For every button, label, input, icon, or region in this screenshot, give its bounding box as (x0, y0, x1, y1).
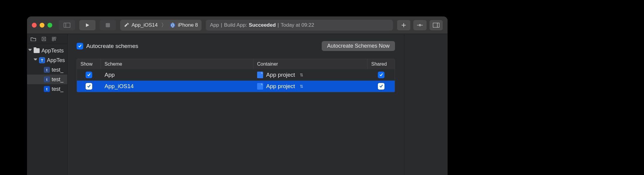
toggle-inspector-button[interactable] (430, 20, 443, 30)
container-cell[interactable]: App project (254, 83, 368, 90)
svg-rect-9 (52, 39, 54, 41)
shared-scheme-checkbox[interactable] (378, 72, 384, 78)
svg-rect-0 (64, 23, 70, 27)
autocreate-now-button[interactable]: Autocreate Schemes Now (322, 41, 395, 51)
table-header: Show Scheme Container Shared (77, 59, 395, 69)
disclosure-triangle-icon[interactable] (28, 49, 32, 52)
folder-icon[interactable] (31, 37, 36, 41)
device-name-label: iPhone 8 (178, 22, 198, 28)
activity-status-label: Succeeded (249, 22, 276, 28)
test-class-icon: T (39, 57, 45, 63)
tree-item-label: test_ (52, 67, 63, 73)
show-scheme-checkbox[interactable] (86, 83, 92, 90)
test-method-icon: t (44, 76, 50, 82)
run-button[interactable] (79, 20, 96, 30)
toolbar: App_iOS14 〉 iPhone 8 App | Build App: Su… (27, 16, 448, 34)
window-controls (32, 23, 52, 28)
activity-app-label: App (210, 22, 219, 28)
show-scheme-checkbox[interactable] (86, 72, 92, 78)
svg-rect-4 (433, 23, 439, 27)
activity-action-label: Build App: (224, 22, 247, 28)
plus-icon (401, 23, 406, 28)
container-label: App project (266, 83, 295, 90)
scheme-selector[interactable]: App_iOS14 〉 iPhone 8 (120, 20, 202, 31)
scheme-name-cell: App_iOS14 (101, 83, 254, 90)
code-review-button[interactable] (413, 20, 427, 30)
scheme-name-label: App_iOS14 (132, 22, 158, 28)
bundle-icon (34, 48, 40, 53)
test-method-icon: t (44, 86, 50, 92)
add-button[interactable] (397, 20, 410, 30)
container-cell[interactable]: App project (254, 72, 368, 78)
symbols-icon[interactable] (52, 37, 56, 41)
container-label: App project (266, 72, 295, 78)
activity-time-label: Today at 09:22 (281, 22, 314, 28)
arrows-icon (417, 23, 423, 27)
scheme-name-cell: App (101, 72, 254, 78)
xcodeproj-icon (257, 83, 263, 90)
col-shared[interactable]: Shared (368, 59, 395, 69)
device-icon (170, 22, 175, 28)
close-window-button[interactable] (32, 23, 37, 28)
navigator-tabs (27, 34, 67, 44)
scheme-name-label: App_iOS14 (105, 83, 134, 90)
svg-rect-8 (54, 37, 56, 39)
tree-item[interactable]: t test_ (27, 75, 67, 84)
table-row[interactable]: App App project (77, 69, 395, 81)
autocreate-schemes-checkbox[interactable] (77, 43, 83, 49)
col-show[interactable]: Show (77, 59, 101, 69)
panel-right-icon (433, 23, 439, 28)
svg-rect-7 (52, 37, 54, 39)
autocreate-schemes-label: Autocreate schemes (86, 43, 138, 49)
scheme-name-label: App (105, 72, 115, 78)
inspector-panel (404, 34, 448, 175)
test-navigator-tree: AppTests T AppTes t test_ t test_ t t (27, 44, 67, 94)
toggle-navigator-button[interactable] (59, 20, 75, 30)
tree-group[interactable]: T AppTes (27, 55, 67, 65)
autocreate-bar: Autocreate schemes Autocreate Schemes No… (77, 41, 395, 51)
zoom-window-button[interactable] (47, 23, 52, 28)
hammer-icon (124, 22, 129, 28)
tree-item-label: test_ (52, 76, 63, 83)
tree-group-label: AppTes (47, 57, 65, 64)
source-control-icon[interactable] (41, 37, 46, 41)
manage-schemes-panel: Autocreate schemes Autocreate Schemes No… (68, 34, 404, 175)
table-row[interactable]: App_iOS14 App project (77, 81, 395, 92)
col-container[interactable]: Container (254, 59, 368, 69)
shared-scheme-checkbox[interactable] (378, 83, 384, 90)
stop-button[interactable] (100, 20, 116, 30)
col-scheme[interactable]: Scheme (101, 59, 254, 69)
navigator-sidebar: AppTests T AppTes t test_ t test_ t t (27, 34, 68, 175)
svg-point-3 (170, 23, 175, 28)
tree-item-label: test_ (52, 86, 63, 92)
schemes-table: Show Scheme Container Shared App (77, 59, 395, 92)
xcode-window: App_iOS14 〉 iPhone 8 App | Build App: Su… (27, 16, 448, 175)
tree-root-label: AppTests (41, 48, 64, 54)
tree-root[interactable]: AppTests (27, 46, 67, 55)
test-method-icon: t (44, 67, 50, 73)
toolbar-right-group (397, 20, 443, 30)
minimize-window-button[interactable] (40, 23, 44, 28)
xcodeproj-icon (257, 72, 263, 78)
tree-item[interactable]: t test_ (27, 65, 67, 75)
disclosure-triangle-icon[interactable] (34, 58, 37, 62)
chevron-right-icon: 〉 (160, 22, 168, 28)
activity-view[interactable]: App | Build App: Succeeded | Today at 09… (206, 20, 393, 31)
tree-item[interactable]: t test_ (27, 84, 67, 94)
svg-rect-2 (106, 23, 110, 27)
window-body: AppTests T AppTes t test_ t test_ t t (27, 34, 448, 175)
